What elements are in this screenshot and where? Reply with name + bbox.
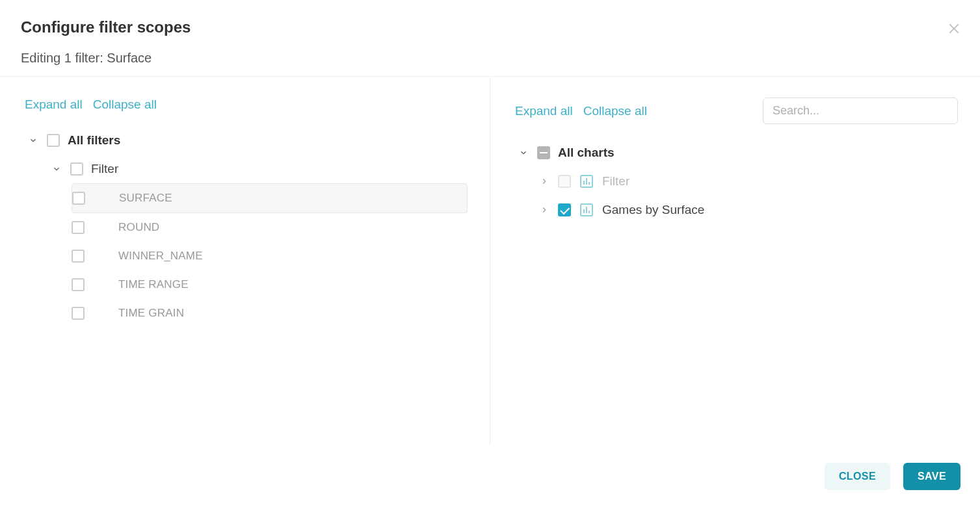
checkbox-filter-item[interactable]: [72, 192, 85, 205]
checkbox-filter-group[interactable]: [70, 162, 83, 176]
checkbox-chart-item: [558, 175, 571, 188]
checkbox-all-filters[interactable]: [47, 134, 60, 147]
filter-item[interactable]: WINNER_NAME: [72, 242, 468, 270]
collapse-all-charts[interactable]: Collapse all: [583, 104, 647, 118]
bar-chart-icon: [579, 174, 594, 189]
chevron-down-icon[interactable]: [518, 147, 529, 159]
chart-item-label: Games by Surface: [602, 203, 704, 217]
chart-item[interactable]: Filter: [538, 167, 958, 196]
all-charts-label: All charts: [558, 146, 615, 160]
filter-item-label: TIME RANGE: [118, 278, 189, 291]
save-button[interactable]: SAVE: [903, 463, 960, 490]
search-input[interactable]: [763, 98, 958, 124]
filters-panel: Expand all Collapse all All filters: [0, 77, 490, 445]
filter-item[interactable]: SURFACE: [72, 183, 468, 213]
filter-group-label: Filter: [91, 162, 118, 176]
filter-item-label: WINNER_NAME: [118, 250, 203, 263]
chevron-right-icon[interactable]: [538, 204, 550, 216]
checkbox-filter-item[interactable]: [72, 221, 85, 234]
bar-chart-icon: [579, 202, 594, 218]
charts-panel: Expand all Collapse all All charts Filte…: [490, 77, 980, 445]
expand-all-charts[interactable]: Expand all: [515, 104, 573, 118]
checkbox-filter-item[interactable]: [72, 278, 85, 291]
filter-item-label: SURFACE: [119, 192, 172, 205]
chart-item-label: Filter: [602, 174, 629, 188]
filter-item-label: ROUND: [118, 221, 159, 234]
filter-item-label: TIME GRAIN: [118, 307, 184, 320]
checkbox-filter-item[interactable]: [72, 250, 85, 263]
chart-item[interactable]: Games by Surface: [538, 196, 958, 224]
chevron-down-icon[interactable]: [51, 163, 62, 175]
modal-subtitle: Editing 1 filter: Surface: [21, 51, 959, 66]
chevron-right-icon[interactable]: [538, 176, 550, 187]
filter-item[interactable]: ROUND: [72, 213, 468, 242]
checkbox-filter-item[interactable]: [72, 307, 85, 320]
filter-item[interactable]: TIME RANGE: [72, 270, 468, 299]
checkbox-chart-item[interactable]: [558, 203, 571, 216]
chevron-down-icon[interactable]: [27, 135, 39, 146]
collapse-all-filters[interactable]: Collapse all: [93, 98, 157, 112]
all-filters-label: All filters: [68, 133, 120, 148]
close-icon[interactable]: [945, 20, 963, 38]
checkbox-all-charts[interactable]: [537, 146, 550, 159]
filter-item[interactable]: TIME GRAIN: [72, 299, 468, 328]
modal-title: Configure filter scopes: [21, 18, 959, 36]
expand-all-filters[interactable]: Expand all: [25, 98, 83, 112]
close-button[interactable]: CLOSE: [825, 463, 890, 490]
